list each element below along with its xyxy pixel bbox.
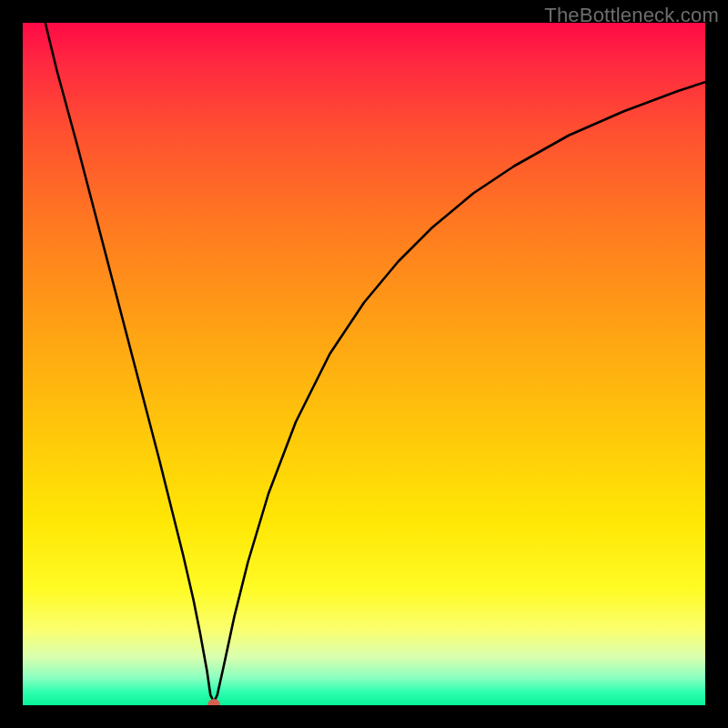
- curve-layer: [23, 23, 705, 705]
- plot-area: [23, 23, 705, 705]
- chart-frame: TheBottleneck.com: [0, 0, 728, 728]
- bottleneck-curve: [46, 23, 705, 702]
- watermark-text: TheBottleneck.com: [544, 4, 719, 27]
- optimum-marker: [207, 699, 220, 705]
